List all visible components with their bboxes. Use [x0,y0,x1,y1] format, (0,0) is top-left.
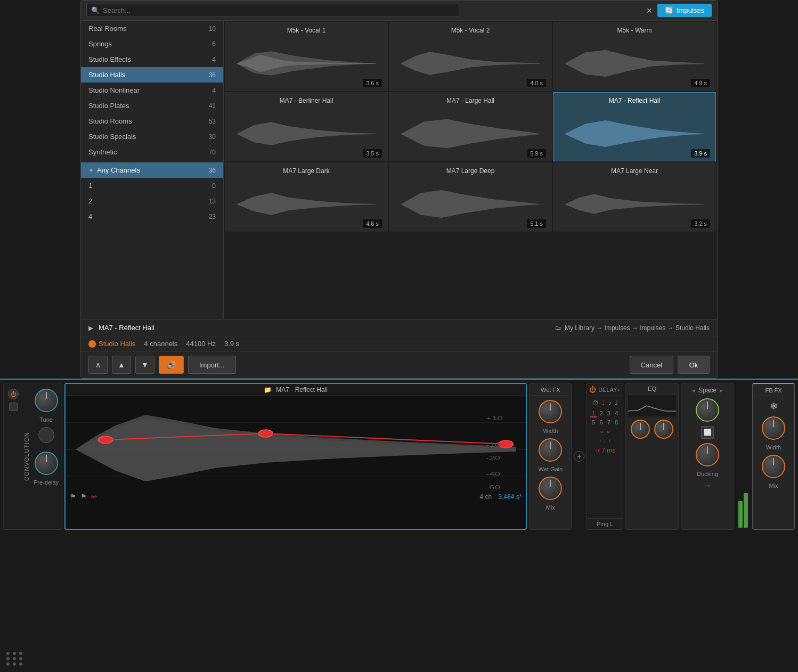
beat-2[interactable]: 2 [598,410,604,417]
sidebar-item-studio-rooms[interactable]: Studio Rooms53 [81,113,223,129]
fbfx-mix-knob[interactable] [762,455,785,478]
clock-icon[interactable]: ⏱ [592,399,599,407]
svg-text:-20: -20 [486,455,500,461]
ducking-knob[interactable] [696,443,719,466]
next-button[interactable]: ▼ [135,356,154,374]
circle-icon[interactable]: ○ [600,429,604,435]
impulse-card-selected[interactable]: MA7 - Reflect Hall 3.9 s [553,92,716,161]
quarter-icon[interactable]: ♩ [615,399,618,407]
breadcrumb-icon: 🗂 [555,324,561,332]
sidebar-channel-1[interactable]: 10 [81,178,223,193]
time-badge: 5.1 s [527,219,546,228]
header-right: × 🔄 Impulses [646,4,712,17]
search-input[interactable] [103,6,454,14]
space-right-arrow[interactable]: ► [719,388,724,394]
prev-button[interactable]: ▲ [112,356,131,374]
wetgain-knob[interactable] [539,438,562,462]
time-badge: 3.9 s [691,149,710,158]
sidebar-item-studio-plates[interactable]: Studio Plates41 [81,98,223,113]
freeze-icon[interactable]: ❄ [770,400,778,412]
beat-5[interactable]: 5 [590,419,596,425]
impulse-card[interactable]: MA7 Large Near 3.2 s [553,162,716,232]
half-note-icon[interactable]: ♪ [608,399,612,407]
sidebar-item[interactable]: Springs6 [81,36,223,52]
brightness-knob[interactable] [38,427,54,443]
eq-knob2[interactable] [654,420,673,439]
impulse-card[interactable]: M5k - Vocal 2 4.0 s [389,22,552,91]
fbfx-panel: FB FX ❄ Width Mix [752,383,795,530]
sidebar-channel-2[interactable]: 213 [81,193,223,209]
flag-icon2[interactable]: ⚑ [80,493,87,501]
beat-3[interactable]: 3 [606,410,612,417]
impulse-card[interactable]: MA7 Large Dark 4.6 s [225,162,388,232]
sample-rate: 44100 Hz [186,340,216,348]
close-button[interactable]: × [646,6,652,15]
import-button[interactable]: Import... [188,356,236,374]
waveform-editor-header: 📁 MA7 - Reflect Hall [66,384,526,396]
impulse-card[interactable]: MA7 - Berliner Hall 3.5 s [225,92,388,161]
beat-7[interactable]: 7 [606,419,612,425]
impulse-card[interactable]: MA7 - Large Hall 5.9 s [389,92,552,161]
arrow-up2-icon[interactable]: ↑ [608,438,611,444]
beat-8[interactable]: 8 [614,419,620,425]
space-left-arrow[interactable]: ◄ [691,388,696,394]
time-badge: 3.6 s [363,79,382,87]
svg-marker-2 [401,52,540,75]
delay-power-icon[interactable]: ⏻ [589,386,596,394]
tune-knob[interactable] [35,389,58,412]
sidebar-channel-4[interactable]: 423 [81,209,223,224]
fbfx-width-knob[interactable] [762,416,785,440]
sidebar-item-studio-effects[interactable]: Studio Effects4 [81,52,223,67]
dot [13,662,16,666]
cancel-button[interactable]: Cancel [630,356,673,374]
breadcrumb: My Library → Impulses → Impulses → Studi… [565,324,710,332]
width-knob[interactable] [539,400,562,423]
impulse-card[interactable]: M5k - Warm 4.9 s [553,22,716,91]
preview-button[interactable]: 🔊 [159,356,184,374]
arrow-up-icon[interactable]: ↑ [599,438,601,444]
convolution-label: CONVOLUTION [22,387,31,526]
svg-text:-60: -60 [486,485,500,490]
sidebar-item[interactable]: Real Rooms10 [81,21,223,36]
circle-icon2[interactable]: ○ [607,429,610,435]
beat-1[interactable]: 1 [590,410,596,417]
ok-button[interactable]: Ok [678,356,710,374]
search-box[interactable]: 🔍 [86,4,459,17]
predelay-knob[interactable] [35,452,58,475]
status-bar2: Studio Halls 4 channels 44100 Hz 3.9 s [81,336,717,351]
convolution-power-button[interactable]: ⏻ [8,389,19,399]
copy-icon[interactable]: ⬜ [701,426,714,439]
channel-count: 4 channels [144,340,177,348]
sidebar-item-studio-specials[interactable]: Studio Specials30 [81,129,223,144]
impulse-card[interactable]: M5k - Vocal 1 3.6 s [225,22,388,91]
dots-grid [4,650,26,668]
waveform-folder-icon[interactable]: 📁 [264,386,272,394]
eq-knob1[interactable] [631,420,650,439]
folder-icon[interactable] [9,403,18,411]
dot [19,657,22,660]
meter-bar-2 [744,493,748,528]
flag-icon[interactable]: ⚑ [70,493,76,501]
collapse-button[interactable]: ∧ [88,356,108,374]
space-knob[interactable] [696,398,719,422]
add-effect-button[interactable]: + [574,451,584,462]
note-icon[interactable]: ♩ [602,399,605,407]
time-icon[interactable]: ⊣ [595,448,599,454]
sidebar-channel-any[interactable]: ✦ Any Channels 36 [81,162,223,178]
play-button[interactable]: ▶ [88,324,93,332]
delay-panel: ⏻ DELAY+ ⏱ ♩ ♪ ♩ 1 2 3 4 5 6 7 8 [587,383,623,530]
link-icon[interactable]: ⚯ [91,493,96,501]
wetfx-panel: Wet FX Width Wet Gain Mix [529,383,572,530]
impulses-button[interactable]: 🔄 Impulses [657,4,712,17]
arrow-down-red[interactable]: ↓ [604,438,606,444]
beat-4[interactable]: 4 [614,410,620,417]
sidebar-item-synthetic[interactable]: Synthetic70 [81,144,223,160]
impulse-card[interactable]: MA7 Large Deep 5.1 s [389,162,552,232]
sidebar-item-studio-halls[interactable]: Studio Halls36 [81,67,223,83]
mix-knob[interactable] [539,477,562,500]
sidebar-item-studio-nonlinear[interactable]: Studio Nonlinear4 [81,83,223,98]
fbfx-title: FB FX [756,387,791,396]
beat-6[interactable]: 6 [598,419,604,425]
dot [13,657,16,660]
svg-text:+10: +10 [486,415,503,421]
